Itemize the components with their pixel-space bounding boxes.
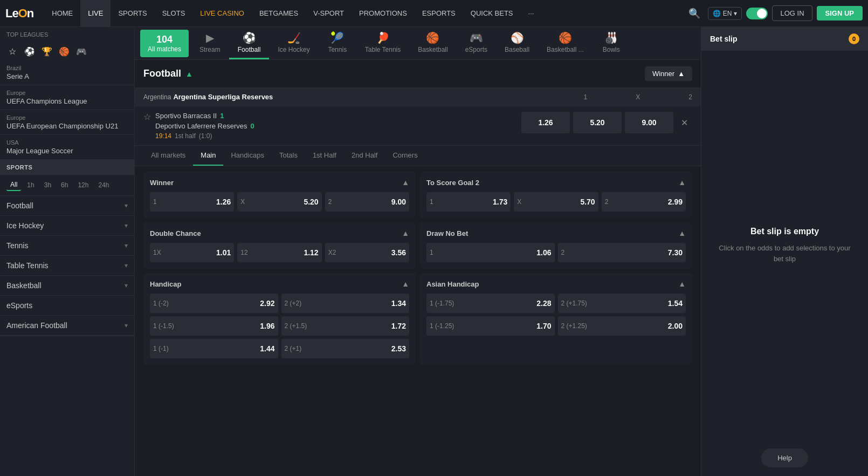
nav-quick-bets[interactable]: QUICK BETS (463, 0, 521, 27)
league-ucl[interactable]: Europe UEFA Champions League (0, 85, 134, 110)
nav-live[interactable]: LIVE (80, 0, 111, 27)
odd-away-button[interactable]: 9.00 (625, 112, 673, 133)
tab-ice-hockey[interactable]: 🏒 Ice Hockey (269, 27, 318, 59)
help-button[interactable]: Help (761, 448, 808, 467)
nav-more[interactable]: ··· (521, 0, 542, 27)
market-tab-main[interactable]: Main (193, 146, 223, 166)
sport-icon-all[interactable]: ☆ (6, 45, 18, 57)
ahcp-row1-away-btn[interactable]: 2 (+1.75) 1.54 (558, 294, 686, 313)
market-tab-2nd-half[interactable]: 2nd Half (344, 146, 385, 166)
sidebar-item-esports[interactable]: eSports (0, 296, 134, 316)
tsg2-away-btn[interactable]: 2 2.99 (602, 192, 686, 212)
login-button[interactable]: LOG IN (772, 5, 812, 21)
match-league: Argentina Superliga Reserves (173, 93, 273, 101)
match-close-button[interactable]: ✕ (677, 115, 692, 130)
tab-esports[interactable]: 🎮 eSports (457, 27, 496, 59)
nav-home[interactable]: HOME (44, 0, 80, 27)
league-name: Serie A (6, 72, 128, 80)
signup-button[interactable]: SIGN UP (817, 6, 863, 21)
tsg2-home-btn[interactable]: 1 1.73 (426, 192, 511, 212)
market-odds-row: 1 1.73 X 5.70 2 2.99 (426, 192, 686, 212)
market-selector-button[interactable]: Winner ▲ (645, 66, 692, 81)
dc-1x-btn[interactable]: 1X 1.01 (150, 243, 234, 262)
ahcp-row2-away-btn[interactable]: 2 (+1.25) 2.00 (558, 316, 686, 336)
sidebar-item-ice-hockey[interactable]: Ice Hockey ▾ (0, 216, 134, 236)
favorite-button[interactable]: ☆ (143, 112, 151, 122)
tab-table-tennis[interactable]: 🏓 Table Tennis (356, 27, 410, 59)
dc-12-btn[interactable]: 12 1.12 (237, 243, 321, 262)
tsg2-draw-btn[interactable]: X 5.70 (514, 192, 598, 212)
league-euro-u21[interactable]: Europe UEFA European Championship U21 (0, 110, 134, 135)
sport-icon-games[interactable]: 🎮 (75, 45, 87, 57)
league-mls[interactable]: USA Major League Soccer (0, 135, 134, 160)
chevron-up-icon[interactable]: ▲ (402, 178, 409, 187)
hcp-row2-away-btn[interactable]: 2 (+1.5) 1.72 (281, 316, 410, 336)
hcp-row1-away-btn[interactable]: 2 (+2) 1.34 (281, 294, 410, 313)
market-tab-corners[interactable]: Corners (385, 146, 425, 166)
live-toggle[interactable] (746, 8, 768, 19)
nav-slots[interactable]: SLOTS (155, 0, 193, 27)
odd-home-button[interactable]: 1.26 (521, 112, 570, 133)
chevron-up-icon[interactable]: ▲ (678, 229, 686, 237)
sport-icon-euro[interactable]: 🏆 (41, 45, 53, 57)
market-tab-totals[interactable]: Totals (272, 146, 305, 166)
logo[interactable]: LeOn (5, 6, 33, 21)
chevron-up-icon[interactable]: ▲ (402, 280, 409, 288)
ahcp-row1-home-btn[interactable]: 1 (-1.75) 2.28 (426, 294, 555, 313)
tennis-icon: 🎾 (330, 31, 344, 44)
market-tab-all[interactable]: All markets (143, 146, 193, 166)
hcp-row3-home-btn[interactable]: 1 (-1) 1.44 (150, 339, 278, 358)
hcp-row2-home-btn[interactable]: 1 (-1.5) 1.96 (150, 316, 278, 336)
tab-stream[interactable]: ▶ Stream (191, 27, 229, 59)
time-btn-6h[interactable]: 6h (57, 180, 72, 191)
tab-all-matches[interactable]: 104 All matches (140, 30, 189, 57)
col-x: X (636, 93, 640, 101)
odd-draw-button[interactable]: 5.20 (573, 112, 622, 133)
time-btn-3h[interactable]: 3h (40, 180, 55, 191)
time-btn-1h[interactable]: 1h (23, 180, 38, 191)
nav-promotions[interactable]: PROMOTIONS (352, 0, 415, 27)
winner-draw-btn[interactable]: X 5.20 (237, 192, 321, 212)
language-selector[interactable]: 🌐 EN ▾ (708, 7, 742, 20)
league-brazil-serie-a[interactable]: Brazil Serie A (0, 60, 134, 85)
dc-x2-btn[interactable]: X2 3.56 (325, 243, 409, 262)
nav-vsport[interactable]: V-SPORT (306, 0, 352, 27)
nav-betgames[interactable]: BETGAMES (252, 0, 306, 27)
tab-tennis[interactable]: 🎾 Tennis (319, 27, 356, 59)
winner-away-btn[interactable]: 2 9.00 (325, 192, 409, 212)
chevron-up-icon[interactable]: ▲ (402, 229, 409, 237)
market-tab-1st-half[interactable]: 1st Half (305, 146, 344, 166)
tab-basketball[interactable]: 🏀 Basketball (409, 27, 456, 59)
tab-baseball[interactable]: ⚾ Baseball (496, 27, 538, 59)
winner-home-btn[interactable]: 1 1.26 (150, 192, 234, 212)
hcp-row3-away-btn[interactable]: 2 (+1) 2.53 (281, 339, 410, 358)
nav-esports[interactable]: ESPORTS (415, 0, 463, 27)
sport-icon-soccer[interactable]: ⚽ (24, 45, 36, 57)
dnb-home-btn[interactable]: 1 1.06 (426, 243, 555, 262)
time-btn-all[interactable]: All (6, 179, 21, 191)
tab-bowls[interactable]: 🎳 Bowls (593, 27, 630, 59)
odd-label: 1 (430, 249, 433, 256)
sidebar-item-table-tennis[interactable]: Table Tennis ▾ (0, 256, 134, 276)
search-icon[interactable]: 🔍 (685, 4, 704, 23)
chevron-up-icon[interactable]: ▲ (678, 280, 686, 288)
basketball2-icon: 🏀 (559, 31, 572, 44)
nav-live-casino[interactable]: LIVE CASINO (192, 0, 252, 27)
time-btn-24h[interactable]: 24h (94, 180, 113, 191)
sport-icon-basketball[interactable]: 🏀 (58, 45, 70, 57)
tab-football[interactable]: ⚽ Football (229, 27, 270, 59)
chevron-up-icon[interactable]: ▲ (678, 178, 686, 187)
hcp-row1-home-btn[interactable]: 1 (-2) 2.92 (150, 294, 278, 313)
market-tab-handicaps[interactable]: Handicaps (223, 146, 271, 166)
ahcp-row2-home-btn[interactable]: 1 (-1.25) 1.70 (426, 316, 555, 336)
nav-sports[interactable]: SPORTS (111, 0, 154, 27)
time-btn-12h[interactable]: 12h (74, 180, 92, 191)
market-card-header: Handicap ▲ (150, 280, 409, 288)
sidebar-item-american-football[interactable]: American Football ▾ (0, 316, 134, 336)
tab-basketball2[interactable]: 🏀 Basketball ... (538, 27, 593, 59)
sidebar-item-football[interactable]: Football ▾ (0, 196, 134, 216)
dnb-away-btn[interactable]: 2 7.30 (558, 243, 686, 262)
esports-icon: 🎮 (470, 31, 483, 44)
sidebar-item-basketball[interactable]: Basketball ▾ (0, 276, 134, 296)
sidebar-item-tennis[interactable]: Tennis ▾ (0, 236, 134, 256)
